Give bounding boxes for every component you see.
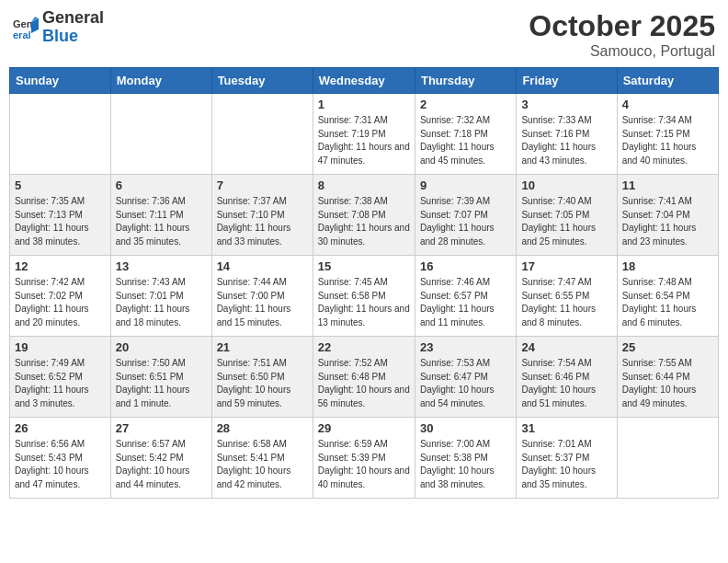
day-number: 9 <box>420 178 511 192</box>
day-info: Sunrise: 7:38 AM Sunset: 7:08 PM Dayligh… <box>318 195 410 248</box>
calendar-cell: 6Sunrise: 7:36 AM Sunset: 7:11 PM Daylig… <box>110 175 211 256</box>
svg-text:eral: eral <box>13 29 31 40</box>
calendar-cell: 31Sunrise: 7:01 AM Sunset: 5:37 PM Dayli… <box>517 418 617 499</box>
day-number: 2 <box>420 98 511 111</box>
calendar-cell: 11Sunrise: 7:41 AM Sunset: 7:04 PM Dayli… <box>617 175 718 256</box>
calendar-week-row: 5Sunrise: 7:35 AM Sunset: 7:13 PM Daylig… <box>10 175 719 256</box>
calendar-cell <box>10 94 111 175</box>
day-number: 25 <box>622 340 713 354</box>
calendar-cell: 21Sunrise: 7:51 AM Sunset: 6:50 PM Dayli… <box>211 337 313 418</box>
column-header-wednesday: Wednesday <box>313 68 415 94</box>
day-info: Sunrise: 7:37 AM Sunset: 7:10 PM Dayligh… <box>217 195 308 248</box>
column-header-sunday: Sunday <box>10 68 111 94</box>
day-info: Sunrise: 7:46 AM Sunset: 6:57 PM Dayligh… <box>420 276 511 329</box>
day-info: Sunrise: 7:48 AM Sunset: 6:54 PM Dayligh… <box>622 276 713 329</box>
day-info: Sunrise: 7:01 AM Sunset: 5:37 PM Dayligh… <box>521 438 611 491</box>
calendar-cell <box>617 418 718 499</box>
day-info: Sunrise: 7:43 AM Sunset: 7:01 PM Dayligh… <box>116 276 207 329</box>
day-number: 14 <box>217 259 308 273</box>
day-info: Sunrise: 7:52 AM Sunset: 6:48 PM Dayligh… <box>318 357 410 410</box>
month-title: October 2025 <box>529 9 715 43</box>
calendar-cell: 15Sunrise: 7:45 AM Sunset: 6:58 PM Dayli… <box>313 256 415 337</box>
day-number: 19 <box>15 340 106 354</box>
day-info: Sunrise: 7:54 AM Sunset: 6:46 PM Dayligh… <box>521 357 611 410</box>
day-number: 17 <box>521 259 611 273</box>
day-number: 22 <box>318 340 410 354</box>
calendar-cell: 29Sunrise: 6:59 AM Sunset: 5:39 PM Dayli… <box>313 418 415 499</box>
day-info: Sunrise: 6:56 AM Sunset: 5:43 PM Dayligh… <box>15 438 106 491</box>
calendar-cell: 24Sunrise: 7:54 AM Sunset: 6:46 PM Dayli… <box>517 337 617 418</box>
column-header-tuesday: Tuesday <box>211 68 313 94</box>
calendar-cell: 23Sunrise: 7:53 AM Sunset: 6:47 PM Dayli… <box>415 337 516 418</box>
calendar-cell: 7Sunrise: 7:37 AM Sunset: 7:10 PM Daylig… <box>211 175 313 256</box>
logo-text: General Blue <box>42 9 104 46</box>
calendar-cell: 26Sunrise: 6:56 AM Sunset: 5:43 PM Dayli… <box>10 418 111 499</box>
calendar-cell: 20Sunrise: 7:50 AM Sunset: 6:51 PM Dayli… <box>110 337 211 418</box>
calendar-cell: 8Sunrise: 7:38 AM Sunset: 7:08 PM Daylig… <box>313 175 415 256</box>
day-number: 21 <box>217 340 308 354</box>
day-number: 30 <box>420 421 511 435</box>
calendar-cell: 16Sunrise: 7:46 AM Sunset: 6:57 PM Dayli… <box>415 256 516 337</box>
day-number: 31 <box>521 421 611 435</box>
day-info: Sunrise: 6:59 AM Sunset: 5:39 PM Dayligh… <box>318 438 410 491</box>
calendar-cell <box>110 94 211 175</box>
day-info: Sunrise: 7:33 AM Sunset: 7:16 PM Dayligh… <box>521 114 611 167</box>
calendar-week-row: 26Sunrise: 6:56 AM Sunset: 5:43 PM Dayli… <box>10 418 719 499</box>
day-info: Sunrise: 7:44 AM Sunset: 7:00 PM Dayligh… <box>217 276 308 329</box>
calendar-cell: 12Sunrise: 7:42 AM Sunset: 7:02 PM Dayli… <box>10 256 111 337</box>
day-number: 23 <box>420 340 511 354</box>
day-number: 18 <box>622 259 713 273</box>
calendar-cell: 17Sunrise: 7:47 AM Sunset: 6:55 PM Dayli… <box>517 256 617 337</box>
page-header: Gen eral General Blue October 2025 Samou… <box>9 9 719 60</box>
day-number: 27 <box>116 421 207 435</box>
calendar-cell: 10Sunrise: 7:40 AM Sunset: 7:05 PM Dayli… <box>517 175 617 256</box>
day-info: Sunrise: 7:47 AM Sunset: 6:55 PM Dayligh… <box>521 276 611 329</box>
calendar-cell: 3Sunrise: 7:33 AM Sunset: 7:16 PM Daylig… <box>517 94 617 175</box>
title-block: October 2025 Samouco, Portugal <box>529 9 715 60</box>
day-number: 6 <box>116 178 207 192</box>
calendar-cell: 13Sunrise: 7:43 AM Sunset: 7:01 PM Dayli… <box>110 256 211 337</box>
day-number: 26 <box>15 421 106 435</box>
calendar-cell: 5Sunrise: 7:35 AM Sunset: 7:13 PM Daylig… <box>10 175 111 256</box>
day-number: 13 <box>116 259 207 273</box>
column-header-monday: Monday <box>110 68 211 94</box>
day-info: Sunrise: 7:55 AM Sunset: 6:44 PM Dayligh… <box>622 357 713 410</box>
day-number: 28 <box>217 421 308 435</box>
day-info: Sunrise: 6:57 AM Sunset: 5:42 PM Dayligh… <box>116 438 207 491</box>
day-info: Sunrise: 7:40 AM Sunset: 7:05 PM Dayligh… <box>521 195 611 248</box>
day-number: 29 <box>318 421 410 435</box>
calendar-cell: 19Sunrise: 7:49 AM Sunset: 6:52 PM Dayli… <box>10 337 111 418</box>
calendar-cell: 1Sunrise: 7:31 AM Sunset: 7:19 PM Daylig… <box>313 94 415 175</box>
day-info: Sunrise: 7:45 AM Sunset: 6:58 PM Dayligh… <box>318 276 410 329</box>
day-info: Sunrise: 7:51 AM Sunset: 6:50 PM Dayligh… <box>217 357 308 410</box>
calendar-cell: 18Sunrise: 7:48 AM Sunset: 6:54 PM Dayli… <box>617 256 718 337</box>
location-subtitle: Samouco, Portugal <box>529 43 715 60</box>
day-info: Sunrise: 7:34 AM Sunset: 7:15 PM Dayligh… <box>622 114 713 167</box>
calendar-cell: 25Sunrise: 7:55 AM Sunset: 6:44 PM Dayli… <box>617 337 718 418</box>
calendar-week-row: 19Sunrise: 7:49 AM Sunset: 6:52 PM Dayli… <box>10 337 719 418</box>
day-number: 12 <box>15 259 106 273</box>
logo-icon: Gen eral <box>13 15 39 40</box>
day-number: 11 <box>622 178 713 192</box>
calendar-cell: 9Sunrise: 7:39 AM Sunset: 7:07 PM Daylig… <box>415 175 516 256</box>
column-header-thursday: Thursday <box>415 68 516 94</box>
day-info: Sunrise: 7:35 AM Sunset: 7:13 PM Dayligh… <box>15 195 106 248</box>
calendar-cell: 27Sunrise: 6:57 AM Sunset: 5:42 PM Dayli… <box>110 418 211 499</box>
day-info: Sunrise: 7:42 AM Sunset: 7:02 PM Dayligh… <box>15 276 106 329</box>
logo-general-text: General <box>42 9 104 28</box>
calendar-cell <box>211 94 313 175</box>
day-info: Sunrise: 7:00 AM Sunset: 5:38 PM Dayligh… <box>420 438 511 491</box>
calendar-cell: 14Sunrise: 7:44 AM Sunset: 7:00 PM Dayli… <box>211 256 313 337</box>
day-number: 1 <box>318 98 410 111</box>
day-number: 3 <box>521 98 611 111</box>
day-number: 20 <box>116 340 207 354</box>
day-number: 10 <box>521 178 611 192</box>
calendar-cell: 2Sunrise: 7:32 AM Sunset: 7:18 PM Daylig… <box>415 94 516 175</box>
day-number: 7 <box>217 178 308 192</box>
day-info: Sunrise: 7:39 AM Sunset: 7:07 PM Dayligh… <box>420 195 511 248</box>
day-info: Sunrise: 7:53 AM Sunset: 6:47 PM Dayligh… <box>420 357 511 410</box>
day-info: Sunrise: 7:32 AM Sunset: 7:18 PM Dayligh… <box>420 114 511 167</box>
day-number: 4 <box>622 98 713 111</box>
calendar-table: SundayMondayTuesdayWednesdayThursdayFrid… <box>9 67 719 499</box>
day-number: 8 <box>318 178 410 192</box>
